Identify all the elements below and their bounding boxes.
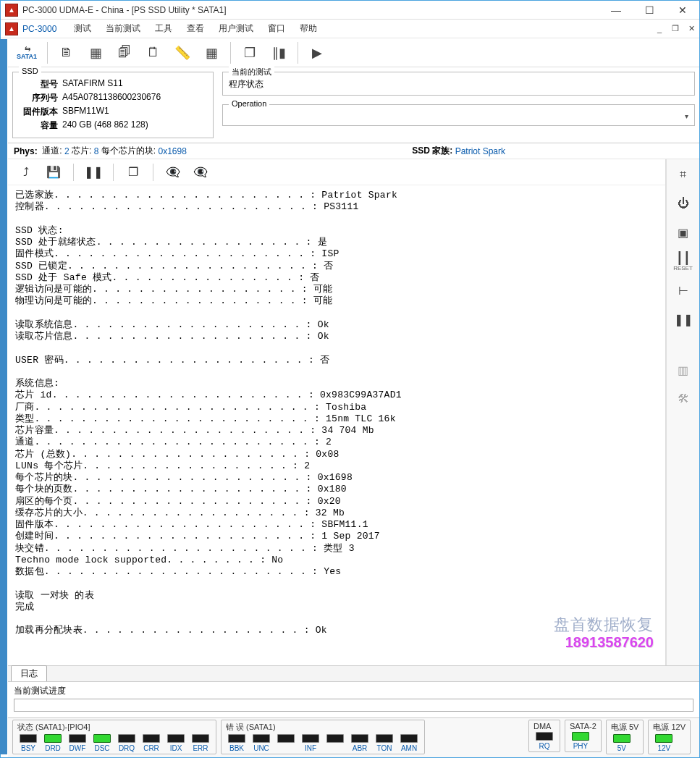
led-label: DRQ — [119, 744, 135, 752]
serial-label: 序列号 — [19, 92, 58, 104]
led-label: IDX — [170, 744, 182, 752]
mdi-restore-icon[interactable]: ❐ — [669, 24, 682, 33]
led-label: RQ — [539, 742, 549, 750]
copy-icon: ❐ — [128, 165, 138, 179]
maximize-button[interactable]: ☐ — [633, 1, 666, 20]
toolbar-grid-button[interactable]: ▦ — [198, 40, 224, 66]
menu-test[interactable]: 测试 — [72, 20, 93, 38]
led-box — [400, 734, 418, 743]
app-icon: ▲ — [5, 4, 18, 17]
ssd-info-panel: SSD 型号SATAFIRM S11 序列号A45A07811386002306… — [12, 72, 214, 138]
channel-value[interactable]: 2 — [64, 146, 69, 156]
binoculars-icon: 👁‍🗨 — [166, 165, 180, 179]
led-label: UNC — [253, 744, 269, 752]
toolbar-play-button[interactable]: ▶ — [304, 40, 330, 66]
menu-help[interactable]: 帮助 — [298, 20, 319, 38]
wrench-icon: 🛠 — [678, 392, 689, 405]
led-label: AMN — [401, 744, 417, 752]
right-settings-button[interactable]: 🛠 — [672, 389, 695, 408]
toolbar-doc-button[interactable]: 🗎 — [54, 40, 80, 66]
menubar: ▲ PC-3000 测试 当前测试 工具 查看 用户测试 窗口 帮助 _ ❐ ✕ — [1, 20, 699, 38]
progress-label: 当前测试进度 — [14, 685, 693, 697]
power-icon: ⏻ — [678, 197, 689, 210]
toolbar-copy-button[interactable]: ❐ — [237, 40, 263, 66]
log-output[interactable]: 已选家族. . . . . . . . . . . . . . . . . . … — [8, 185, 665, 665]
blocks-value[interactable]: 0x1698 — [158, 146, 186, 156]
status-group: DMARQ — [528, 720, 560, 752]
ruler-icon: 📏 — [174, 45, 190, 61]
documents-icon: 🗐 — [118, 45, 131, 60]
mdi-minimize-icon[interactable]: _ — [653, 25, 666, 33]
led-DRD: DRD — [42, 734, 64, 752]
led-label: PHY — [573, 742, 589, 750]
led-label: DSC — [94, 744, 109, 752]
right-power-button[interactable]: ⏻ — [672, 194, 695, 213]
led-label: 12V — [657, 744, 670, 752]
right-chip3-button[interactable]: ▥ — [672, 361, 695, 379]
serial-value: A45A0781138600230676 — [62, 92, 161, 104]
menu-tools[interactable]: 工具 — [153, 20, 174, 38]
led-box — [118, 734, 135, 743]
pause2-icon: ❚❚ — [674, 313, 693, 327]
toolbar-ruler-button[interactable]: 📏 — [169, 40, 195, 66]
chip-value[interactable]: 8 — [94, 146, 99, 156]
ssd-legend: SSD — [19, 67, 41, 75]
pause-button[interactable]: ❚❚ — [83, 161, 104, 183]
right-pause-button[interactable]: ❚❚ — [672, 310, 695, 329]
led-RQ: RQ — [534, 732, 555, 750]
channel-label: 通道: — [42, 145, 62, 157]
blocks-label: 每个芯片的块: — [101, 145, 156, 157]
grid-icon: ▦ — [206, 45, 218, 61]
export-button[interactable]: ⤴ — [15, 161, 37, 183]
right-probe-button[interactable]: ⊢ — [672, 281, 695, 300]
phys-info-bar: Phys: 通道: 2 芯片: 8 每个芯片的块: 0x1698 SSD 家族:… — [8, 143, 699, 159]
minimize-button[interactable]: — — [599, 1, 633, 20]
copy-button[interactable]: ❐ — [122, 161, 144, 183]
menu-current-test[interactable]: 当前测试 — [104, 20, 142, 38]
toolbar-process-button[interactable]: ∥▮ — [266, 40, 292, 66]
progress-bar — [14, 699, 693, 712]
menu-window[interactable]: 窗口 — [266, 20, 287, 38]
operation-legend: Operation — [229, 99, 269, 108]
capacity-value: 240 GB (468 862 128) — [62, 119, 148, 132]
family-value[interactable]: Patriot Spark — [455, 146, 505, 156]
tab-log[interactable]: 日志 — [11, 665, 47, 681]
led-AMN: AMN — [398, 734, 420, 752]
binoculars-next-icon: 👁‍🗨 — [193, 165, 208, 179]
right-reset-button[interactable]: ┃┃RESET — [672, 252, 695, 271]
led-DSC: DSC — [91, 734, 113, 752]
status-group: 状态 (SATA1)-[PIO4]BSYDRDDWFDSCDRQCRRIDXER… — [12, 720, 216, 754]
barcode-icon: ∥▮ — [272, 45, 286, 61]
find-next-button[interactable]: 👁‍🗨 — [190, 161, 211, 183]
play-icon: ▶ — [312, 45, 322, 61]
menu-user-test[interactable]: 用户测试 — [217, 20, 255, 38]
led-label: ABR — [353, 744, 368, 752]
right-chip2-button[interactable]: ▣ — [672, 223, 695, 242]
toolbar-list-button[interactable]: 🗒 — [140, 40, 166, 66]
right-chip1-button[interactable]: ⌗ — [672, 165, 695, 184]
led-box — [376, 734, 393, 743]
toolbar-docs-button[interactable]: 🗐 — [111, 40, 138, 66]
menu-view[interactable]: 查看 — [185, 20, 206, 38]
toolbar-chip-button[interactable]: ▦ — [83, 40, 109, 66]
led-PHY: PHY — [570, 732, 591, 750]
operation-dropdown-icon[interactable]: ▾ — [685, 112, 688, 120]
sata-port-button[interactable]: ⇆ SATA1 — [12, 40, 41, 66]
led-box — [302, 734, 319, 743]
status-group-title: 电源 5V — [611, 722, 639, 733]
led-box — [326, 734, 344, 743]
chip-label: 芯片: — [72, 145, 91, 157]
mdi-close-icon[interactable]: ✕ — [685, 24, 698, 33]
chip-grey-icon: ▥ — [678, 363, 688, 377]
pause-icon: ❚❚ — [84, 165, 103, 179]
led-blank — [275, 734, 297, 752]
led-label: TON — [377, 744, 392, 752]
status-group: 电源 5V5V — [606, 720, 644, 754]
led-box — [253, 734, 270, 743]
close-button[interactable]: ✕ — [666, 1, 699, 20]
save-button[interactable]: 💾 — [43, 161, 64, 183]
status-group-title: 错 误 (SATA1) — [226, 722, 420, 733]
progress-panel: 当前测试进度 — [8, 681, 699, 717]
find-button[interactable]: 👁‍🗨 — [162, 161, 184, 183]
led-12V: 12V — [653, 734, 675, 752]
